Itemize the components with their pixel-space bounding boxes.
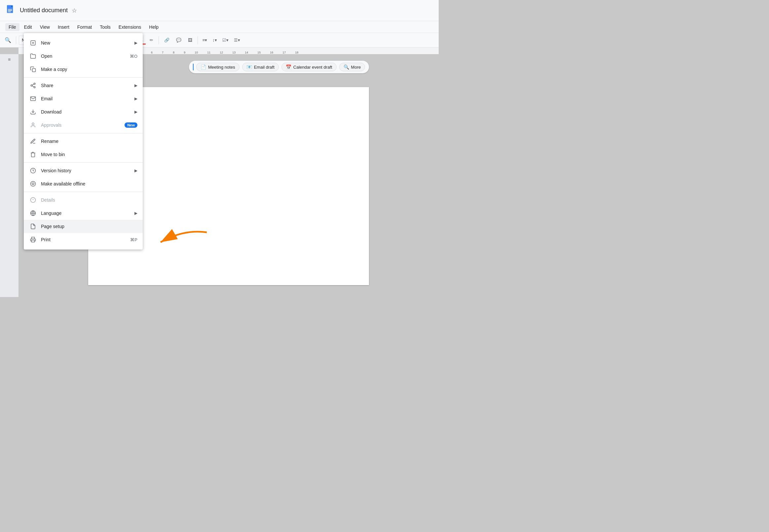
menu-bar: File Edit View Insert Format Tools Exten… — [0, 21, 439, 33]
toolbar-divider-1 — [16, 36, 16, 44]
ai-suggestions-bar: 📄 Meeting notes 📧 Email draft 📅 Calendar… — [189, 61, 369, 73]
version-history-arrow: ▶ — [134, 168, 137, 173]
make-offline-label: Make available offline — [41, 181, 137, 186]
make-copy-label: Make a copy — [41, 67, 137, 72]
menu-file[interactable]: File — [5, 23, 19, 31]
more-label: More — [351, 65, 361, 70]
list-button[interactable]: ☰▾ — [232, 36, 242, 44]
menu-insert[interactable]: Insert — [54, 23, 73, 31]
meeting-notes-icon: 📄 — [201, 64, 206, 70]
menu-item-move-to-bin[interactable]: Move to bin — [24, 148, 143, 161]
more-icon: 🔍 — [344, 64, 349, 70]
search-icon[interactable]: 🔍 — [3, 35, 13, 46]
svg-rect-4 — [8, 11, 11, 12]
comment-button[interactable]: 💬 — [173, 36, 184, 44]
email-arrow: ▶ — [134, 96, 137, 101]
menu-item-download[interactable]: Download ▶ — [24, 105, 143, 118]
outline-icon[interactable]: ≡ — [8, 57, 11, 62]
menu-tools[interactable]: Tools — [96, 23, 114, 31]
page-setup-label: Page setup — [41, 224, 137, 229]
language-label: Language — [41, 211, 132, 216]
menu-item-language[interactable]: Language ▶ — [24, 207, 143, 220]
file-menu-dropdown: New ▶ Open ⌘O Make a copy — [24, 33, 143, 249]
menu-section-version: Version history ▶ Make available offline — [24, 163, 143, 192]
star-icon[interactable]: ☆ — [72, 7, 77, 14]
svg-point-18 — [31, 182, 36, 186]
move-to-bin-label: Move to bin — [41, 152, 137, 157]
rename-label: Rename — [41, 139, 137, 144]
approvals-icon — [29, 121, 37, 129]
ruler-tick: 11 — [207, 51, 220, 54]
checklist-button[interactable]: ☑▾ — [220, 36, 231, 44]
menu-item-email[interactable]: Email ▶ — [24, 92, 143, 105]
menu-item-print[interactable]: Print ⌘P — [24, 233, 143, 246]
svg-rect-25 — [32, 240, 35, 242]
menu-item-version-history[interactable]: Version history ▶ — [24, 164, 143, 177]
ai-chip-more[interactable]: 🔍 More — [339, 63, 365, 71]
ruler-tick: 13 — [232, 51, 245, 54]
menu-section-settings: Details Language ▶ Page setup — [24, 192, 143, 248]
language-icon — [29, 209, 37, 217]
calendar-event-label: Calendar event draft — [293, 65, 332, 70]
email-icon — [29, 95, 37, 103]
ai-chip-email-draft[interactable]: 📧 Email draft — [242, 63, 279, 71]
toolbar-divider-6 — [198, 36, 198, 44]
svg-point-16 — [32, 123, 34, 125]
download-arrow: ▶ — [134, 110, 137, 114]
approvals-label: Approvals — [41, 122, 122, 128]
menu-section-file: New ▶ Open ⌘O Make a copy — [24, 35, 143, 78]
open-icon — [29, 52, 37, 60]
svg-point-10 — [34, 83, 35, 85]
version-history-icon — [29, 167, 37, 175]
language-arrow: ▶ — [134, 211, 137, 216]
ruler-tick: 8 — [173, 51, 184, 54]
svg-point-19 — [32, 183, 34, 185]
ai-chip-calendar-event[interactable]: 📅 Calendar event draft — [282, 63, 337, 71]
new-label: New — [41, 40, 132, 46]
menu-view[interactable]: View — [37, 23, 53, 31]
share-icon — [29, 82, 37, 89]
details-icon — [29, 196, 37, 204]
ruler-tick: 14 — [245, 51, 257, 54]
menu-extensions[interactable]: Extensions — [115, 23, 144, 31]
menu-item-open[interactable]: Open ⌘O — [24, 50, 143, 63]
menu-item-approvals: Approvals New — [24, 118, 143, 132]
ai-chip-meeting-notes[interactable]: 📄 Meeting notes — [196, 63, 240, 71]
email-draft-label: Email draft — [254, 65, 275, 70]
ruler-tick: 9 — [184, 51, 195, 54]
version-history-label: Version history — [41, 168, 132, 173]
rename-icon — [29, 137, 37, 145]
line-spacing-button[interactable]: ↕▾ — [211, 36, 219, 44]
align-button[interactable]: ≡▾ — [201, 36, 210, 44]
download-label: Download — [41, 109, 132, 115]
ruler-tick: 16 — [270, 51, 283, 54]
svg-rect-2 — [8, 9, 12, 10]
share-label: Share — [41, 83, 132, 88]
ai-cursor — [193, 64, 194, 70]
svg-line-13 — [32, 86, 34, 87]
ruler-tick: 10 — [195, 51, 207, 54]
download-icon — [29, 108, 37, 116]
open-label: Open — [41, 53, 130, 59]
menu-item-rename[interactable]: Rename — [24, 135, 143, 148]
menu-item-page-setup[interactable]: Page setup — [24, 220, 143, 233]
toolbar-divider-5 — [158, 36, 159, 44]
image-button[interactable]: 🖼 — [185, 36, 195, 44]
menu-item-share[interactable]: Share ▶ — [24, 79, 143, 92]
menu-format[interactable]: Format — [74, 23, 95, 31]
svg-line-14 — [32, 84, 34, 85]
new-badge: New — [124, 122, 137, 128]
menu-item-make-copy[interactable]: Make a copy — [24, 63, 143, 76]
link-button[interactable]: 🔗 — [161, 36, 172, 44]
ruler-tick: 17 — [283, 51, 295, 54]
menu-item-make-offline[interactable]: Make available offline — [24, 177, 143, 190]
menu-item-new[interactable]: New ▶ — [24, 36, 143, 50]
details-label: Details — [41, 197, 137, 203]
menu-edit[interactable]: Edit — [21, 23, 35, 31]
menu-help[interactable]: Help — [146, 23, 162, 31]
highlight-button[interactable]: ✏ — [147, 36, 156, 44]
ruler-tick: 7 — [162, 51, 173, 54]
email-draft-icon: 📧 — [247, 64, 252, 70]
ruler-tick: 12 — [220, 51, 232, 54]
print-label: Print — [41, 237, 130, 242]
